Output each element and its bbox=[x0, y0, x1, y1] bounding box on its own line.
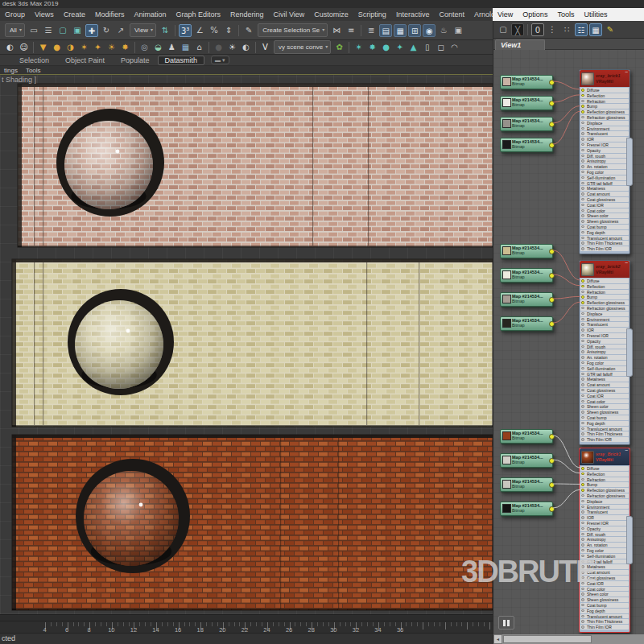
figure-icon[interactable]: ♟ bbox=[166, 41, 178, 53]
output-socket-icon[interactable] bbox=[549, 297, 555, 303]
input-socket-icon[interactable] bbox=[581, 356, 584, 359]
menu-interactive[interactable]: Interactive bbox=[391, 10, 435, 19]
slot-refraction[interactable]: Refraction bbox=[580, 99, 629, 104]
input-socket-icon[interactable] bbox=[581, 383, 584, 386]
input-socket-icon[interactable] bbox=[581, 543, 584, 547]
output-socket-icon[interactable] bbox=[549, 273, 555, 279]
slot-coat-glossiness[interactable]: Coat glossiness bbox=[580, 388, 629, 393]
half-sphere-icon[interactable]: ◐ bbox=[240, 41, 252, 53]
input-socket-icon[interactable] bbox=[581, 220, 584, 223]
output-socket-icon[interactable] bbox=[549, 101, 555, 106]
bitmap-node[interactable]: Map #214534...Bitmap bbox=[500, 244, 553, 258]
slot-reflection[interactable]: Reflection bbox=[580, 93, 629, 98]
bitmap-node[interactable]: Map #214534...Bitmap bbox=[500, 268, 553, 283]
input-socket-icon[interactable] bbox=[581, 598, 584, 601]
input-socket-icon[interactable] bbox=[581, 105, 584, 108]
slot-diffuse[interactable]: Diffuse bbox=[580, 466, 629, 471]
grid-helper-icon[interactable]: ▦ bbox=[180, 41, 192, 53]
rect-region-icon[interactable]: ▢ bbox=[56, 24, 69, 37]
node-output-tab[interactable] bbox=[626, 516, 633, 564]
menu-content[interactable]: Content bbox=[434, 10, 469, 19]
material-node-header[interactable]: vray_brick2VRayMtl− bbox=[580, 261, 630, 278]
input-socket-icon[interactable] bbox=[581, 345, 584, 349]
sphere-light-icon[interactable]: ● bbox=[51, 41, 63, 53]
editor-hscrollbar[interactable]: ◂ bbox=[493, 634, 644, 644]
slot-gtr-tail-falloff[interactable]: GTR tail falloff bbox=[580, 181, 629, 186]
slot-bump[interactable]: Bump bbox=[580, 104, 629, 109]
input-socket-icon[interactable] bbox=[581, 582, 584, 585]
curve-editor-icon[interactable]: ▦ bbox=[394, 24, 407, 37]
editor-menu-view[interactable]: View bbox=[493, 10, 518, 19]
slot-self-illumination[interactable]: Self-illumination bbox=[580, 366, 629, 371]
output-socket-icon[interactable] bbox=[549, 80, 555, 85]
render-map-icon[interactable]: ╳ bbox=[511, 23, 524, 36]
timeline-ruler[interactable]: 4681012141618202224262830323436 bbox=[0, 621, 493, 634]
material-node-vray-brick2[interactable]: vray_brick2VRayMtl−DiffuseReflectionRefr… bbox=[579, 260, 630, 445]
slot-translucent-amount[interactable]: Translucent amount bbox=[580, 614, 629, 619]
input-socket-icon[interactable] bbox=[581, 394, 584, 398]
slot-environment[interactable]: Environment bbox=[580, 126, 629, 131]
input-socket-icon[interactable] bbox=[581, 478, 584, 481]
slot-sheen-color[interactable]: Sheen color bbox=[580, 592, 629, 597]
ribbon-tab-selection[interactable]: Selection bbox=[11, 56, 57, 64]
slot-gtr-tail-falloff[interactable]: GTR tail falloff bbox=[580, 559, 629, 564]
slot-an-rotation[interactable]: An. rotation bbox=[580, 164, 629, 169]
input-socket-icon[interactable] bbox=[581, 301, 584, 304]
slot-coat-color[interactable]: Coat color bbox=[580, 587, 629, 592]
ribbon-tab-datasmith[interactable]: Datasmith bbox=[158, 56, 205, 65]
select-by-name-icon[interactable]: ☰ bbox=[42, 24, 55, 37]
select-manipulate-icon[interactable]: ⇅ bbox=[159, 24, 171, 37]
slot-fog-depth[interactable]: Fog depth bbox=[580, 609, 629, 613]
menu-arnold[interactable]: Arnold bbox=[469, 10, 493, 19]
slot-coat-color[interactable]: Coat color bbox=[580, 399, 629, 404]
input-socket-icon[interactable] bbox=[581, 533, 584, 536]
input-socket-icon[interactable] bbox=[581, 411, 584, 414]
show-grid-icon[interactable]: ☷ bbox=[575, 23, 588, 36]
editor-menu-utilities[interactable]: Utilities bbox=[579, 10, 612, 19]
menu-rendering[interactable]: Rendering bbox=[225, 10, 269, 19]
menu-views[interactable]: Views bbox=[30, 10, 59, 19]
menu-civil-view[interactable]: Civil View bbox=[269, 10, 310, 19]
dome-light-icon[interactable]: ◑ bbox=[64, 41, 76, 53]
house-icon[interactable]: ⌂ bbox=[193, 41, 205, 53]
mirror-icon[interactable]: ⋈ bbox=[330, 24, 343, 37]
tab-view1[interactable]: View1 bbox=[495, 39, 545, 50]
input-socket-icon[interactable] bbox=[581, 192, 584, 196]
schematic-view-icon[interactable]: ⊞ bbox=[408, 24, 421, 37]
slot-sheen-color[interactable]: Sheen color bbox=[580, 404, 629, 409]
slot-bump[interactable]: Bump bbox=[580, 482, 629, 487]
input-socket-icon[interactable] bbox=[581, 214, 584, 217]
door-icon[interactable]: ▯ bbox=[421, 41, 433, 53]
vray-logo-icon[interactable]: V bbox=[259, 41, 271, 53]
slot-reflection[interactable]: Reflection bbox=[580, 284, 629, 289]
input-socket-icon[interactable] bbox=[581, 176, 584, 180]
editor-menu-tools[interactable]: Tools bbox=[552, 10, 579, 19]
input-socket-icon[interactable] bbox=[581, 295, 584, 299]
align-icon[interactable]: ≡ bbox=[345, 24, 357, 37]
slot-diffuse[interactable]: Diffuse bbox=[580, 279, 629, 283]
slot-translucent-amount[interactable]: Translucent amount bbox=[580, 236, 629, 241]
input-socket-icon[interactable] bbox=[581, 323, 584, 326]
pan-lock-icon[interactable] bbox=[498, 616, 514, 630]
input-socket-icon[interactable] bbox=[581, 527, 584, 530]
plane-light-icon[interactable]: ✦ bbox=[92, 41, 104, 53]
input-socket-icon[interactable] bbox=[581, 432, 584, 436]
input-socket-icon[interactable] bbox=[581, 571, 584, 574]
slot-environment[interactable]: Environment bbox=[580, 505, 629, 510]
input-socket-icon[interactable] bbox=[581, 165, 584, 168]
slot-metalness[interactable]: Metalness bbox=[580, 564, 629, 569]
slot-fog-color[interactable]: Fog color bbox=[580, 170, 629, 175]
dark-sphere-icon[interactable]: ● bbox=[213, 41, 225, 53]
slot-translucent-amount[interactable]: Translucent amount bbox=[580, 427, 629, 431]
bitmap-node[interactable]: Map #214534...Bitmap bbox=[500, 75, 553, 89]
collapse-node-icon[interactable]: − bbox=[625, 448, 628, 453]
input-socket-icon[interactable] bbox=[581, 588, 584, 591]
input-socket-icon[interactable] bbox=[581, 127, 584, 130]
slot-thin-film-ior[interactable]: Thin Film IOR bbox=[580, 246, 629, 251]
input-socket-icon[interactable] bbox=[581, 94, 584, 97]
input-socket-icon[interactable] bbox=[581, 483, 584, 486]
slot-sheen-glossiness[interactable]: Sheen glossiness bbox=[580, 219, 629, 224]
slot-sheen-glossiness[interactable]: Sheen glossiness bbox=[580, 410, 629, 415]
input-socket-icon[interactable] bbox=[581, 400, 584, 403]
input-socket-icon[interactable] bbox=[581, 473, 584, 476]
